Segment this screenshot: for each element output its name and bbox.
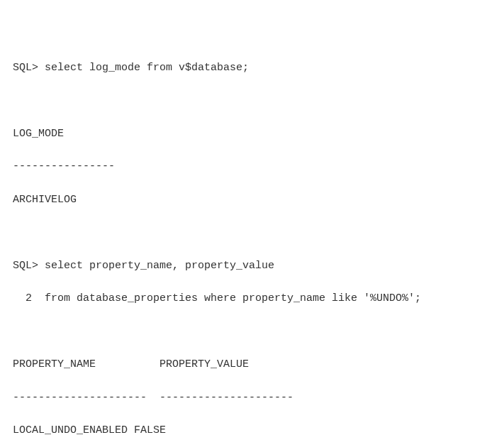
blank-line bbox=[13, 224, 491, 241]
sql-statement: select log_mode from v$database; bbox=[45, 62, 249, 74]
column-header: LOG_MODE bbox=[13, 126, 491, 142]
column-header: PROPERTY_NAME bbox=[13, 358, 96, 370]
sql-prompt-line: SQL> select log_mode from v$database; bbox=[13, 60, 491, 76]
sql-prompt-line: SQL> select property_name, property_valu… bbox=[13, 258, 491, 274]
cell-property-value: FALSE bbox=[134, 424, 166, 435]
header-rule: --------------------- bbox=[13, 392, 147, 404]
result-row: LOCAL_UNDO_ENABLED FALSE bbox=[13, 422, 491, 435]
column-header: PROPERTY_VALUE bbox=[159, 358, 249, 370]
sql-prompt: SQL> bbox=[13, 260, 38, 272]
header-rule: --------------------- bbox=[159, 392, 293, 404]
sql-line-number: 2 bbox=[13, 292, 32, 304]
column-headers: PROPERTY_NAME PROPERTY_VALUE bbox=[13, 356, 491, 373]
blank-line bbox=[13, 92, 491, 109]
header-rule: ---------------- bbox=[13, 158, 491, 175]
sql-statement: select property_name, property_value bbox=[45, 260, 274, 272]
header-rules: --------------------- ------------------… bbox=[13, 390, 491, 406]
result-row: ARCHIVELOG bbox=[13, 192, 491, 208]
sql-prompt: SQL> bbox=[13, 62, 38, 74]
sql-continuation-line: 2 from database_properties where propert… bbox=[13, 290, 491, 307]
sql-statement: from database_properties where property_… bbox=[45, 292, 421, 304]
cell-property-name: LOCAL_UNDO_ENABLED bbox=[13, 424, 128, 435]
blank-line bbox=[13, 324, 491, 340]
